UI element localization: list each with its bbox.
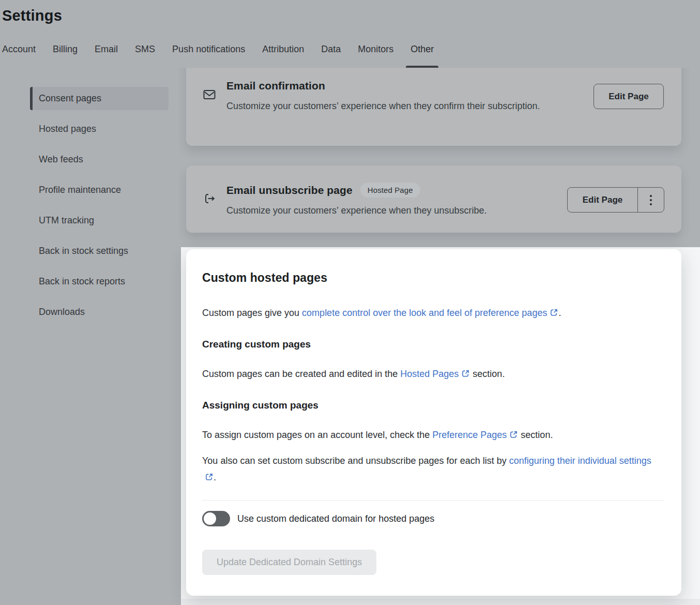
toggle-label: Use custom dedicated domain for hosted p… <box>237 513 434 524</box>
edit-page-split-button: Edit Page <box>567 187 664 213</box>
dedicated-domain-toggle-row: Use custom dedicated domain for hosted p… <box>202 511 664 526</box>
card-title: Email confirmation <box>226 80 325 92</box>
page-title: Settings <box>2 7 62 24</box>
preference-pages-control-link[interactable]: complete control over the look and feel … <box>302 308 558 318</box>
sidebar-item-back-in-stock-reports[interactable]: Back in stock reports <box>30 270 169 293</box>
tab-monitors[interactable]: Monitors <box>358 43 393 68</box>
hosted-pages-link[interactable]: Hosted Pages <box>400 369 470 379</box>
card-heading: Custom hosted pages <box>202 271 664 285</box>
edit-page-button[interactable]: Edit Page <box>594 84 664 109</box>
assign-paragraph: To assign custom pages on an account lev… <box>202 427 659 443</box>
tab-push-notifications[interactable]: Push notifications <box>172 43 245 68</box>
tab-account[interactable]: Account <box>2 43 36 68</box>
sidebar-item-profile-maintenance[interactable]: Profile maintenance <box>30 178 169 202</box>
settings-tab-bar: Account Billing Email SMS Push notificat… <box>2 43 434 68</box>
card-description: Customize your customers’ experience whe… <box>226 98 557 114</box>
settings-sidebar: Consent pages Hosted pages Web feeds Pro… <box>30 87 169 331</box>
envelope-icon <box>203 89 216 102</box>
sidebar-item-hosted-pages[interactable]: Hosted pages <box>30 117 169 141</box>
sidebar-item-back-in-stock-settings[interactable]: Back in stock settings <box>30 239 169 263</box>
tab-other[interactable]: Other <box>410 43 434 68</box>
kebab-menu-button[interactable] <box>637 188 664 212</box>
external-link-icon <box>461 369 470 378</box>
settings-page: Email confirmation Customize your custom… <box>0 0 700 605</box>
sidebar-item-downloads[interactable]: Downloads <box>30 300 169 324</box>
edit-page-button[interactable]: Edit Page <box>568 188 637 212</box>
kebab-icon <box>650 195 652 205</box>
preference-pages-link[interactable]: Preference Pages <box>432 430 518 440</box>
update-dedicated-domain-button[interactable]: Update Dedicated Domain Settings <box>202 550 376 575</box>
page-bottom-strip <box>181 599 700 605</box>
card-description: Customize your customers’ experience whe… <box>226 203 578 219</box>
tab-email[interactable]: Email <box>95 43 118 68</box>
toggle-knob <box>204 512 216 525</box>
creating-custom-pages-heading: Creating custom pages <box>202 339 664 350</box>
tab-data[interactable]: Data <box>321 43 341 68</box>
email-unsubscribe-card: Email unsubscribe page Hosted Page Custo… <box>186 165 681 233</box>
external-link-icon <box>509 430 518 439</box>
intro-paragraph: Custom pages give you complete control o… <box>202 305 659 321</box>
sidebar-item-consent-pages[interactable]: Consent pages <box>30 87 169 110</box>
tab-billing[interactable]: Billing <box>53 43 78 68</box>
tab-attribution[interactable]: Attribution <box>262 43 304 68</box>
tab-sms[interactable]: SMS <box>135 43 155 68</box>
dedicated-domain-toggle[interactable] <box>202 511 230 526</box>
lists-paragraph: You also can set custom subscribe and un… <box>202 452 659 486</box>
sidebar-item-utm-tracking[interactable]: UTM tracking <box>30 209 169 232</box>
card-title: Email unsubscribe page <box>226 184 353 196</box>
card-title-row: Email unsubscribe page Hosted Page <box>226 183 420 198</box>
external-link-icon <box>550 308 558 317</box>
hosted-page-badge: Hosted Page <box>360 183 420 198</box>
custom-hosted-pages-card: Custom hosted pages Custom pages give yo… <box>186 249 681 596</box>
sign-out-icon <box>203 192 217 207</box>
creating-paragraph: Custom pages can be created and edited i… <box>202 366 659 382</box>
section-divider <box>202 500 664 501</box>
assigning-custom-pages-heading: Assigning custom pages <box>202 400 664 411</box>
external-link-icon <box>205 473 214 481</box>
sidebar-item-web-feeds[interactable]: Web feeds <box>30 148 169 171</box>
